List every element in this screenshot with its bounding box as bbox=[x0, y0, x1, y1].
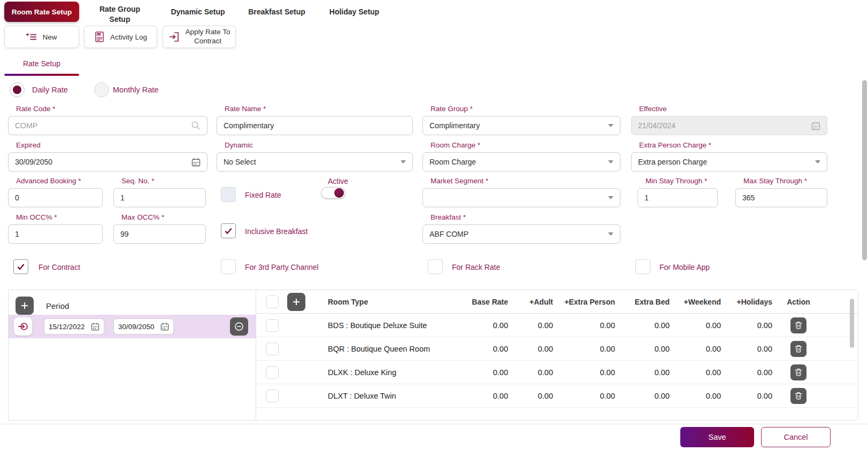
calendar-icon[interactable] bbox=[91, 322, 99, 331]
extra-person-cell[interactable]: 0.00 bbox=[558, 368, 620, 377]
min-stay-through-input[interactable]: 1 bbox=[637, 188, 718, 207]
for-rack-rate-checkbox[interactable] bbox=[428, 259, 443, 274]
holidays-cell[interactable]: 0.00 bbox=[726, 368, 778, 377]
delete-row-button[interactable] bbox=[790, 388, 806, 404]
for-mobile-app-checkbox[interactable] bbox=[635, 259, 650, 274]
extra-bed-cell[interactable]: 0.00 bbox=[620, 321, 675, 330]
delete-row-button[interactable] bbox=[790, 317, 806, 333]
cancel-button[interactable]: Cancel bbox=[761, 427, 831, 447]
for-3rd-party-channel-label: For 3rd Party Channel bbox=[245, 263, 319, 271]
column-holidays: +Holidays bbox=[726, 298, 778, 306]
arrow-into-circle-icon bbox=[18, 322, 28, 331]
add-period-button[interactable] bbox=[16, 297, 34, 315]
rate-period-section: Period 15/12/2022 bbox=[8, 290, 858, 421]
expired-date-input[interactable]: 30/09/2050 bbox=[8, 152, 208, 172]
remove-period-button[interactable] bbox=[230, 317, 248, 336]
base-rate-cell[interactable]: 0.00 bbox=[462, 368, 513, 377]
page-scrollbar[interactable] bbox=[862, 80, 867, 260]
inclusive-breakfast-label: Inclusive Breakfast bbox=[245, 227, 308, 236]
seq-no-input[interactable]: 1 bbox=[113, 188, 206, 207]
calendar-icon[interactable] bbox=[160, 322, 169, 331]
row-checkbox[interactable] bbox=[266, 390, 279, 402]
activity-log-button[interactable]: LOG Activity Log bbox=[84, 26, 157, 48]
active-toggle[interactable] bbox=[321, 187, 345, 199]
tab-rate-group-setup[interactable]: Rate Group Setup bbox=[90, 4, 149, 25]
for-mobile-app-label: For Mobile App bbox=[659, 263, 710, 271]
period-header-label: Period bbox=[46, 301, 69, 310]
weekend-cell[interactable]: 0.00 bbox=[675, 345, 726, 353]
holidays-cell[interactable]: 0.00 bbox=[726, 321, 778, 330]
delete-row-button[interactable] bbox=[790, 364, 806, 380]
advanced-booking-input[interactable]: 0 bbox=[8, 188, 103, 207]
extra-person-cell[interactable]: 0.00 bbox=[558, 321, 620, 330]
max-stay-through-input[interactable]: 365 bbox=[735, 188, 827, 207]
tab-rate-setup[interactable]: Rate Setup bbox=[4, 59, 79, 68]
chevron-down-icon bbox=[608, 160, 613, 164]
row-checkbox[interactable] bbox=[266, 366, 279, 379]
for-contract-checkbox[interactable] bbox=[13, 259, 28, 274]
holidays-cell[interactable]: 0.00 bbox=[726, 392, 778, 400]
minus-circle-icon bbox=[234, 322, 244, 331]
add-room-type-button[interactable] bbox=[287, 293, 305, 311]
rate-group-select[interactable]: Complimentary bbox=[423, 116, 620, 135]
save-button[interactable]: Save bbox=[680, 427, 754, 447]
tab-dynamic-setup[interactable]: Dynamic Setup bbox=[160, 7, 235, 16]
extra-person-cell[interactable]: 0.00 bbox=[558, 345, 620, 353]
weekend-cell[interactable]: 0.00 bbox=[675, 392, 726, 400]
for-3rd-party-channel-checkbox[interactable] bbox=[221, 259, 236, 274]
active-label: Active bbox=[328, 177, 348, 185]
extra-person-cell[interactable]: 0.00 bbox=[558, 392, 620, 400]
max-occ-input[interactable]: 99 bbox=[113, 224, 206, 244]
extra-bed-cell[interactable]: 0.00 bbox=[620, 345, 675, 353]
base-rate-cell[interactable]: 0.00 bbox=[462, 345, 513, 353]
adult-cell[interactable]: 0.00 bbox=[513, 392, 558, 400]
expired-label: Expired bbox=[16, 141, 208, 149]
rate-name-input[interactable]: Complimentary bbox=[217, 116, 413, 135]
calendar-icon[interactable] bbox=[191, 158, 201, 167]
row-checkbox[interactable] bbox=[266, 343, 279, 355]
room-charge-select[interactable]: Room Charge bbox=[423, 152, 620, 172]
extra-bed-cell[interactable]: 0.00 bbox=[620, 392, 675, 400]
base-rate-cell[interactable]: 0.00 bbox=[462, 392, 513, 400]
adult-cell[interactable]: 0.00 bbox=[513, 368, 558, 377]
weekend-cell[interactable]: 0.00 bbox=[675, 368, 726, 377]
new-button[interactable]: New bbox=[4, 26, 79, 48]
fixed-rate-checkbox[interactable] bbox=[221, 187, 236, 202]
apply-rate-to-contract-button[interactable]: Apply Rate To Contract bbox=[163, 26, 236, 48]
select-all-checkbox[interactable] bbox=[266, 296, 279, 308]
inclusive-breakfast-checkbox[interactable] bbox=[221, 223, 236, 238]
apply-period-button[interactable] bbox=[14, 317, 32, 336]
tab-holiday-setup[interactable]: Holiday Setup bbox=[318, 7, 390, 16]
column-extra-person: +Extra Person bbox=[558, 298, 620, 306]
weekend-cell[interactable]: 0.00 bbox=[675, 321, 726, 330]
rate-code-input[interactable]: COMP bbox=[8, 116, 208, 135]
room-type-cell: DLXK : Deluxe King bbox=[317, 368, 462, 377]
breakfast-select[interactable]: ABF COMP bbox=[423, 224, 620, 244]
holidays-cell[interactable]: 0.00 bbox=[726, 345, 778, 353]
toggle-knob bbox=[334, 188, 344, 198]
apply-rate-icon bbox=[168, 31, 180, 43]
monthly-rate-radio[interactable] bbox=[94, 82, 109, 97]
period-row: 15/12/2022 30/09/2050 bbox=[9, 315, 256, 338]
search-icon[interactable] bbox=[191, 121, 201, 130]
period-start-date-input[interactable]: 15/12/2022 bbox=[44, 318, 104, 335]
base-rate-cell[interactable]: 0.00 bbox=[462, 321, 513, 330]
rate-code-label: Rate Code * bbox=[16, 105, 208, 113]
row-checkbox[interactable] bbox=[266, 319, 279, 332]
rate-setup-tab-underline bbox=[4, 74, 79, 76]
dynamic-select[interactable]: No Select bbox=[217, 152, 413, 172]
market-segment-select[interactable] bbox=[423, 188, 620, 207]
tab-breakfast-setup[interactable]: Breakfast Setup bbox=[241, 7, 313, 16]
table-scrollbar[interactable] bbox=[850, 299, 854, 348]
chevron-down-icon bbox=[608, 196, 613, 199]
adult-cell[interactable]: 0.00 bbox=[513, 321, 558, 330]
delete-row-button[interactable] bbox=[790, 341, 806, 357]
extra-person-charge-select[interactable]: Extra person Charge bbox=[631, 152, 827, 172]
tab-room-rate-setup[interactable]: Room Rate Setup bbox=[4, 2, 79, 22]
chevron-down-icon bbox=[608, 124, 613, 127]
min-occ-input[interactable]: 1 bbox=[8, 224, 103, 244]
adult-cell[interactable]: 0.00 bbox=[513, 345, 558, 353]
period-end-date-input[interactable]: 30/09/2050 bbox=[113, 318, 174, 335]
daily-rate-radio[interactable] bbox=[10, 82, 25, 97]
extra-bed-cell[interactable]: 0.00 bbox=[620, 368, 675, 377]
